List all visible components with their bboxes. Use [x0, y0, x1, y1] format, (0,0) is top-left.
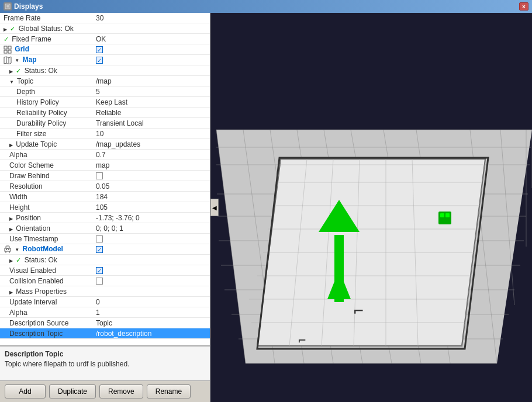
prop-fixed-frame: ✓ Fixed Frame OK [0, 34, 210, 44]
checkmark-icon: ✓ [16, 257, 21, 264]
frame-rate-value[interactable]: 30 [95, 14, 209, 22]
prop-mass-properties: ▶ Mass Properties [0, 286, 210, 297]
prop-use-timestamp: Use Timestamp [0, 234, 210, 244]
orientation-value[interactable]: 0; 0; 0; 1 [95, 224, 209, 233]
prop-resolution: Resolution 0.05 [0, 181, 210, 192]
grid-checkbox[interactable]: ✓ [95, 46, 209, 54]
svg-rect-10 [5, 248, 11, 251]
expand-icon[interactable]: ▶ [9, 258, 13, 264]
description-text: Topic where filepath to urdf is publishe… [5, 360, 205, 368]
visual-enabled-label: Visual Enabled [1, 266, 95, 275]
depth-value[interactable]: 5 [95, 88, 209, 96]
history-policy-value[interactable]: Keep Last [95, 98, 209, 106]
resolution-value[interactable]: 0.05 [95, 182, 209, 190]
topic-value[interactable]: /map [95, 77, 209, 85]
checkbox-unchecked-icon[interactable] [96, 235, 103, 242]
resolution-label: Resolution [1, 182, 95, 190]
robot-model-checkbox[interactable]: ✓ [95, 245, 209, 254]
description-source-value[interactable]: Topic [95, 319, 209, 327]
rename-button[interactable]: Rename [147, 384, 191, 398]
prop-update-topic: ▶ Update Topic /map_updates [0, 139, 210, 150]
reliability-policy-value[interactable]: Reliable [95, 109, 209, 117]
svg-rect-4 [4, 50, 7, 53]
remove-button[interactable]: Remove [99, 384, 143, 398]
close-button[interactable]: × [519, 2, 528, 11]
expand-icon[interactable]: ▶ [9, 227, 13, 232]
map-expand-icon[interactable]: ▼ [15, 58, 19, 63]
update-topic-value[interactable]: /map_updates [95, 140, 209, 148]
grid-icon [4, 46, 12, 54]
expand-icon[interactable]: ▶ [4, 27, 7, 32]
map-label: ▼ Map [1, 56, 95, 64]
prop-alpha2: Alpha 1 [0, 307, 210, 318]
durability-policy-value[interactable]: Transient Local [95, 119, 209, 127]
alpha2-value[interactable]: 1 [95, 309, 209, 317]
update-topic-label: ▶ Update Topic [1, 140, 95, 148]
reliability-policy-label: Reliability Policy [1, 109, 95, 117]
checkmark-icon: ✓ [16, 67, 21, 74]
3d-viewport[interactable]: ⌐ ⌐ [210, 13, 532, 402]
checkbox-checked-icon[interactable]: ✓ [96, 46, 103, 53]
collapse-button[interactable]: ◀ [210, 199, 219, 216]
robot-icon [4, 245, 12, 254]
title-bar: Displays × [0, 0, 532, 13]
robot-model-expand-icon[interactable]: ▼ [15, 247, 19, 252]
alpha2-label: Alpha [1, 309, 95, 317]
svg-rect-1 [6, 5, 9, 8]
draw-behind-checkbox[interactable] [95, 172, 209, 180]
checkbox-checked-icon[interactable]: ✓ [96, 267, 103, 274]
collision-enabled-checkbox[interactable] [95, 277, 209, 285]
map-icon [4, 56, 12, 64]
color-scheme-label: Color Scheme [1, 161, 95, 169]
fixed-frame-value[interactable]: OK [95, 35, 209, 43]
svg-rect-62 [440, 213, 444, 217]
height-label: Height [1, 203, 95, 212]
expand-icon[interactable]: ▶ [9, 290, 13, 295]
main-content: Frame Rate 30 ▶ ✓ Global Status: Ok ✓ Fi… [0, 13, 532, 402]
svg-rect-9 [6, 246, 9, 248]
orientation-label: ▶ Orientation [1, 224, 95, 233]
position-value[interactable]: -1.73; -3.76; 0 [95, 214, 209, 222]
use-timestamp-checkbox[interactable] [95, 235, 209, 243]
prop-width: Width 184 [0, 192, 210, 202]
duplicate-button[interactable]: Duplicate [49, 384, 96, 398]
svg-rect-63 [445, 213, 450, 217]
expand-icon[interactable]: ▼ [9, 79, 14, 85]
map-checkbox[interactable]: ✓ [95, 56, 209, 64]
add-button[interactable]: Add [5, 384, 46, 398]
history-policy-label: History Policy [1, 98, 95, 106]
prop-map-status: ▶ ✓ Status: Ok [0, 65, 210, 76]
durability-policy-label: Durability Policy [1, 119, 95, 127]
color-scheme-value[interactable]: map [95, 161, 209, 169]
prop-durability-policy: Durability Policy Transient Local [0, 118, 210, 129]
filter-size-value[interactable]: 10 [95, 130, 209, 138]
checkbox-unchecked-icon[interactable] [96, 172, 103, 179]
mass-properties-label: ▶ Mass Properties [1, 287, 95, 296]
svg-point-13 [6, 249, 7, 250]
expand-icon[interactable]: ▶ [9, 216, 13, 221]
update-interval-value[interactable]: 0 [95, 298, 209, 306]
prop-draw-behind: Draw Behind [0, 171, 210, 181]
checkbox-unchecked-icon[interactable] [96, 278, 103, 285]
prop-reliability-policy: Reliability Policy Reliable [0, 108, 210, 118]
alpha-value[interactable]: 0.7 [95, 151, 209, 159]
width-value[interactable]: 184 [95, 193, 209, 201]
alpha-label: Alpha [1, 151, 95, 159]
checkbox-checked-icon[interactable]: ✓ [96, 57, 103, 64]
description-title: Description Topic [5, 350, 205, 358]
svg-point-14 [8, 249, 9, 250]
description-topic-value[interactable]: /robot_description [95, 330, 209, 338]
properties-area[interactable]: Frame Rate 30 ▶ ✓ Global Status: Ok ✓ Fi… [0, 13, 210, 345]
prop-color-scheme: Color Scheme map [0, 160, 210, 171]
checkbox-checked-icon[interactable]: ✓ [96, 246, 103, 253]
height-value[interactable]: 105 [95, 203, 209, 212]
prop-description-topic[interactable]: Description Topic /robot_description [0, 328, 210, 339]
visual-enabled-checkbox[interactable]: ✓ [95, 266, 209, 275]
description-topic-label: Description Topic [1, 330, 95, 338]
expand-icon[interactable]: ▶ [9, 143, 13, 148]
prop-robot-status: ▶ ✓ Status: Ok [0, 255, 210, 265]
checkmark-icon: ✓ [10, 25, 15, 32]
prop-height: Height 105 [0, 202, 210, 213]
expand-icon[interactable]: ▶ [9, 69, 13, 74]
prop-global-status: ▶ ✓ Global Status: Ok [0, 23, 210, 34]
